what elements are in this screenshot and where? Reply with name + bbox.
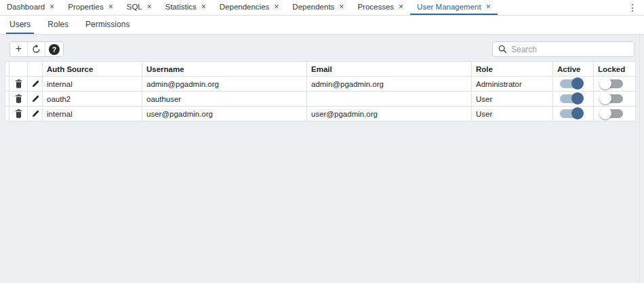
trash-icon	[9, 109, 27, 118]
cell-role[interactable]: Administrator	[472, 77, 553, 92]
column-header-auth-source: Auth Source	[43, 62, 142, 77]
column-header-role: Role	[472, 62, 553, 77]
trash-icon	[9, 79, 27, 88]
delete-user-button[interactable]	[9, 107, 28, 121]
table-row: oauth2 oauthuser User	[5, 92, 636, 107]
active-toggle[interactable]	[560, 109, 582, 118]
tab-roles[interactable]: Roles	[44, 16, 72, 34]
column-header-active: Active	[553, 62, 594, 77]
cell-role[interactable]: User	[472, 107, 553, 121]
close-icon[interactable]: ×	[201, 3, 206, 11]
tab-label: User Management	[417, 3, 481, 11]
tab-users[interactable]: Users	[6, 16, 34, 34]
trash-icon	[9, 94, 27, 103]
delete-user-button[interactable]	[9, 77, 28, 92]
close-icon[interactable]: ×	[49, 3, 54, 11]
toolbar-button-group: + ?	[9, 41, 64, 57]
cell-email	[307, 92, 472, 107]
close-icon[interactable]: ×	[108, 3, 113, 11]
edit-user-button[interactable]	[28, 92, 43, 107]
locked-toggle[interactable]	[601, 79, 623, 88]
cell-active	[553, 92, 594, 107]
users-toolbar: + ?	[0, 35, 644, 57]
cell-auth-source: internal	[43, 107, 142, 121]
search-input[interactable]	[511, 45, 628, 54]
table-row: internal user@pgadmin.org user@pgadmin.o…	[5, 107, 636, 121]
search-icon	[498, 45, 507, 54]
toggle-knob	[571, 77, 584, 90]
close-icon[interactable]: ×	[274, 3, 279, 11]
tab-sql[interactable]: SQL ×	[120, 0, 159, 15]
tab-label: Dependents	[292, 3, 334, 11]
refresh-icon	[31, 44, 41, 54]
subtab-label: Permissions	[85, 20, 129, 29]
active-toggle[interactable]	[560, 94, 582, 103]
toggle-knob	[599, 107, 611, 119]
tab-permissions[interactable]: Permissions	[82, 16, 133, 34]
cell-active	[553, 77, 594, 92]
help-button[interactable]: ?	[45, 42, 63, 56]
tab-statistics[interactable]: Statistics ×	[159, 0, 213, 15]
help-icon: ?	[49, 44, 60, 55]
toggle-knob	[599, 77, 611, 90]
active-toggle[interactable]	[560, 79, 582, 88]
cell-username: admin@pgadmin.org	[142, 77, 307, 92]
main-tab-bar: Dashboard × Properties × SQL × Statistic…	[0, 0, 644, 16]
pencil-icon	[28, 95, 42, 103]
toggle-knob	[571, 107, 584, 119]
user-management-tab-bar: Users Roles Permissions	[0, 16, 644, 35]
close-icon[interactable]: ×	[147, 3, 152, 11]
edit-column-header	[28, 62, 43, 77]
column-header-username: Username	[142, 62, 307, 77]
cell-locked	[594, 77, 636, 92]
cell-locked	[594, 92, 636, 107]
add-user-button[interactable]: +	[10, 42, 28, 56]
cell-email: admin@pgadmin.org	[307, 77, 472, 92]
edit-user-button[interactable]	[28, 77, 43, 92]
search-box	[492, 41, 635, 57]
edit-user-button[interactable]	[28, 107, 43, 121]
locked-toggle[interactable]	[601, 94, 623, 103]
delete-user-button[interactable]	[9, 92, 28, 107]
table-row: internal admin@pgadmin.org admin@pgadmin…	[5, 77, 636, 92]
table-header-row: Auth Source Username Email Role Active L…	[5, 62, 636, 77]
cell-username: user@pgadmin.org	[142, 107, 307, 121]
tab-dependents[interactable]: Dependents ×	[285, 0, 350, 15]
tab-dashboard[interactable]: Dashboard ×	[0, 0, 61, 15]
users-table: Auth Source Username Email Role Active L…	[5, 61, 636, 121]
close-icon[interactable]: ×	[486, 3, 491, 11]
kebab-menu-icon[interactable]: ⋮	[628, 0, 637, 14]
column-header-email: Email	[307, 62, 472, 77]
plus-icon: +	[16, 43, 22, 55]
tab-label: SQL	[127, 3, 142, 11]
pencil-icon	[28, 110, 42, 118]
toggle-knob	[599, 92, 611, 105]
cell-active	[553, 107, 594, 121]
cell-email: user@pgadmin.org	[307, 107, 472, 121]
pencil-icon	[28, 80, 42, 88]
subtab-label: Roles	[47, 20, 68, 29]
tab-user-management[interactable]: User Management ×	[410, 0, 498, 15]
tab-properties[interactable]: Properties ×	[61, 0, 119, 15]
cell-role[interactable]: User	[472, 92, 553, 107]
tab-label: Properties	[68, 3, 103, 11]
tab-processes[interactable]: Processes ×	[350, 0, 410, 15]
cell-locked	[594, 107, 636, 121]
tab-label: Dependencies	[220, 3, 270, 11]
cell-auth-source: oauth2	[43, 92, 142, 107]
toggle-knob	[571, 92, 584, 105]
delete-column-header	[9, 62, 28, 77]
locked-toggle[interactable]	[601, 109, 623, 118]
tab-label: Dashboard	[7, 3, 45, 11]
cell-username: oauthuser	[142, 92, 307, 107]
tab-label: Statistics	[165, 3, 197, 11]
refresh-button[interactable]	[28, 42, 45, 56]
close-icon[interactable]: ×	[339, 3, 344, 11]
subtab-label: Users	[9, 20, 31, 29]
users-table-wrap: Auth Source Username Email Role Active L…	[5, 61, 635, 121]
close-icon[interactable]: ×	[399, 3, 403, 11]
tab-dependencies[interactable]: Dependencies ×	[213, 0, 286, 15]
scrollbar-gutter[interactable]	[635, 35, 644, 283]
tab-label: Processes	[357, 3, 394, 11]
column-header-locked: Locked	[594, 62, 636, 77]
